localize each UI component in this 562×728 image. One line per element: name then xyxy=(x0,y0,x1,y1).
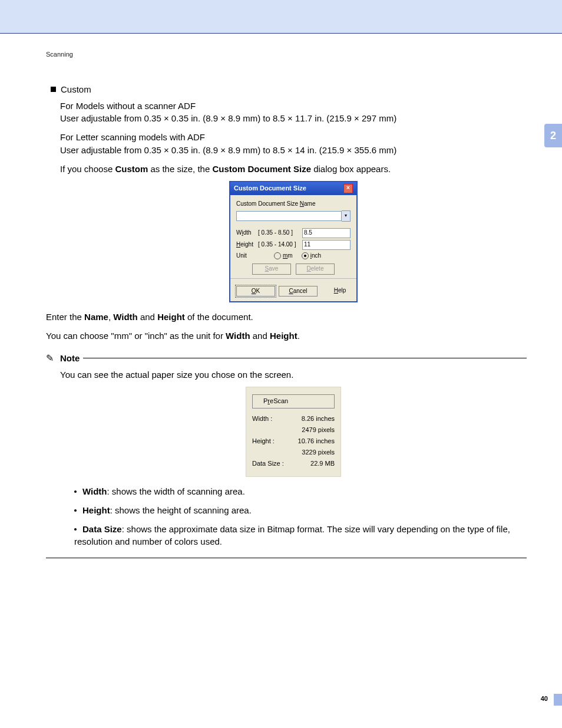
prescan-button[interactable]: PreScan xyxy=(252,394,335,409)
height-input[interactable]: 11 xyxy=(302,240,351,250)
ok-button[interactable]: OK xyxy=(236,286,275,297)
definitions-list: Width: shows the width of scanning area.… xyxy=(74,485,527,548)
name-label: Custom Document Size Name xyxy=(236,200,351,209)
bullet-icon xyxy=(74,528,77,531)
chapter-tab: 2 xyxy=(544,124,562,147)
note-heading: ✎ Note xyxy=(46,352,527,365)
def-height: Height: shows the height of scanning are… xyxy=(74,504,527,517)
ps-height-px: 3229 pixels xyxy=(252,448,335,457)
noadf-block: For Models without a scanner ADF User ad… xyxy=(60,100,527,126)
unit-line: You can choose "mm" or "inch" as the uni… xyxy=(46,330,527,342)
ps-width-l: Width : xyxy=(252,414,272,424)
save-button[interactable]: Save xyxy=(252,263,291,275)
chevron-down-icon[interactable]: ▾ xyxy=(342,210,351,222)
custom-title: Custom xyxy=(61,84,91,94)
help-button[interactable]: Help xyxy=(321,286,359,297)
bullet-icon xyxy=(74,509,77,512)
dialog-titlebar: Custom Document Size × xyxy=(230,182,356,195)
content: Scanning Custom For Models without a sca… xyxy=(0,34,562,558)
ps-height-v: 10.76 inches xyxy=(298,437,335,446)
delete-button[interactable]: Delete xyxy=(296,263,335,275)
page-number-tab xyxy=(554,694,562,706)
name-combo[interactable]: ▾ xyxy=(236,210,351,222)
noadf-l2: User adjustable from 0.35 × 0.35 in. (8.… xyxy=(60,113,396,123)
def-width: Width: shows the width of scanning area. xyxy=(74,485,527,498)
page: 2 Scanning Custom For Models without a s… xyxy=(0,0,562,728)
note-text: You can see the actual paper size you ch… xyxy=(60,368,527,381)
ps-height-l: Height : xyxy=(252,437,275,446)
note-rule xyxy=(83,358,527,358)
ps-data-l: Data Size : xyxy=(252,459,284,469)
width-range: [ 0.35 - 8.50 ] xyxy=(258,229,299,238)
def-datasize: Data Size: shows the approximate data si… xyxy=(74,523,527,549)
square-bullet-icon xyxy=(51,87,56,92)
section-header: Scanning xyxy=(46,50,527,60)
height-range: [ 0.35 - 14.00 ] xyxy=(258,241,299,249)
unit-label: Unit xyxy=(236,252,255,261)
width-input[interactable]: 8.5 xyxy=(302,228,351,238)
note-icon: ✎ xyxy=(46,353,57,364)
unit-inch-radio[interactable]: inch xyxy=(302,252,321,261)
note-label: Note xyxy=(60,352,80,365)
adf-l2: User adjustable from 0.35 × 0.35 in. (8.… xyxy=(60,145,396,155)
noadf-l1: For Models without a scanner ADF xyxy=(60,101,196,111)
ps-width-px: 2479 pixels xyxy=(252,426,335,435)
width-label: Width xyxy=(236,229,255,238)
ps-data-v: 22.9 MB xyxy=(310,459,335,469)
enter-line: Enter the Name, Width and Height of the … xyxy=(46,311,527,324)
ps-width-v: 8.26 inches xyxy=(302,414,335,424)
height-label: Height xyxy=(236,241,255,249)
bullet-icon xyxy=(74,490,77,493)
cancel-button[interactable]: Cancel xyxy=(279,286,318,297)
adf-l1: For Letter scanning models with ADF xyxy=(60,132,205,142)
custom-heading: Custom xyxy=(51,83,527,96)
name-input[interactable] xyxy=(236,211,342,221)
custom-size-dialog: Custom Document Size × Custom Document S… xyxy=(229,181,358,302)
choose-line: If you choose Custom as the size, the Cu… xyxy=(60,163,527,176)
unit-mm-radio[interactable]: mm xyxy=(274,252,293,261)
dialog-title: Custom Document Size xyxy=(234,184,306,193)
page-number: 40 xyxy=(541,695,548,702)
prescan-panel: PreScan Width :8.26 inches 2479 pixels H… xyxy=(246,387,341,477)
note-body: You can see the actual paper size you ch… xyxy=(60,368,527,548)
adf-block: For Letter scanning models with ADF User… xyxy=(60,131,527,157)
close-icon[interactable]: × xyxy=(343,184,353,193)
top-band xyxy=(0,0,562,33)
note-end-rule xyxy=(46,558,527,558)
